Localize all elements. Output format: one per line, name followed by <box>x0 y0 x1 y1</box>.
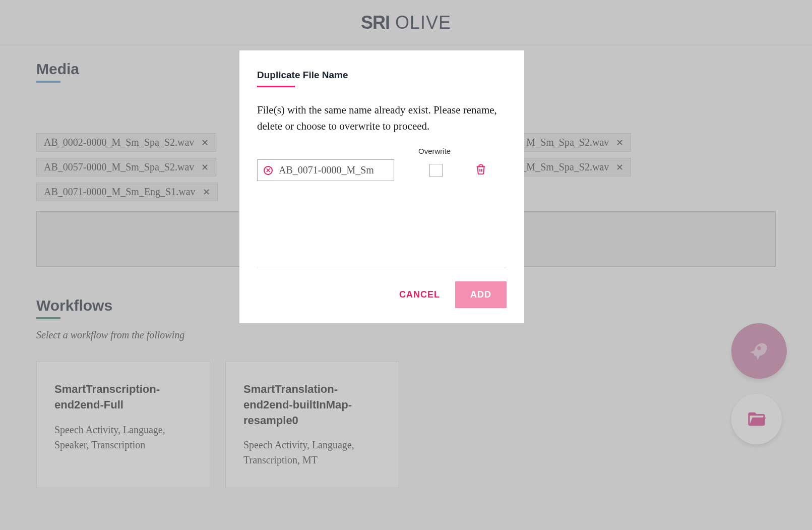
overwrite-column-header: Overwrite <box>418 147 507 155</box>
overwrite-checkbox[interactable] <box>429 164 443 177</box>
modal-title-underline <box>257 86 295 87</box>
modal-title: Duplicate File Name <box>257 70 507 81</box>
trash-icon <box>475 164 486 175</box>
duplicate-file-row: ✕ <box>257 159 507 181</box>
duplicate-file-modal: Duplicate File Name File(s) with the sam… <box>239 50 524 323</box>
modal-footer: CANCEL ADD <box>257 267 507 308</box>
file-name-input-wrap: ✕ <box>257 159 394 181</box>
file-name-input[interactable] <box>279 164 388 176</box>
add-button[interactable]: ADD <box>455 281 507 308</box>
error-icon: ✕ <box>264 166 273 175</box>
cancel-button[interactable]: CANCEL <box>399 289 440 300</box>
modal-message: File(s) with the same name already exist… <box>257 102 507 134</box>
delete-file-button[interactable] <box>475 164 486 177</box>
